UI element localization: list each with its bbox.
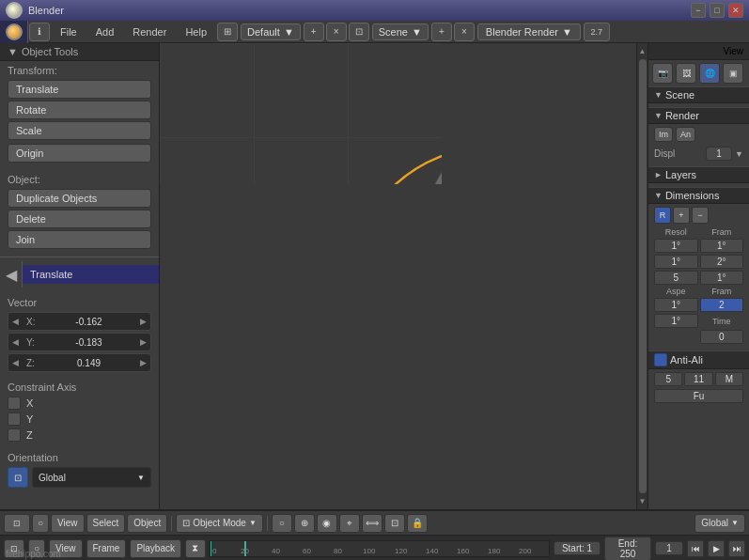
render-header[interactable]: ▼ Render xyxy=(648,107,749,124)
viewport-icon[interactable]: ⊡ xyxy=(349,23,369,41)
start-field[interactable]: Start: 1 xyxy=(554,541,601,555)
aspe-x-field[interactable]: 1° xyxy=(654,298,698,312)
add-menu[interactable]: Add xyxy=(86,21,124,43)
scene-header[interactable]: ▼ Scene xyxy=(648,86,749,103)
global-dropdown[interactable]: Global ▼ xyxy=(694,514,745,533)
vec-z-right-button[interactable]: ▶ xyxy=(136,358,150,367)
anti-val2-field[interactable]: 11 xyxy=(684,372,712,386)
displ-field[interactable]: 1 xyxy=(706,147,732,161)
dimensions-header[interactable]: ▼ Dimensions xyxy=(648,187,749,204)
render-anim-button[interactable]: An xyxy=(676,127,695,142)
aspe-y-field[interactable]: 1° xyxy=(654,314,698,328)
orientation-view-icon[interactable]: ⊡ xyxy=(8,467,28,488)
viewport-scrollbar[interactable]: ▲ ▼ xyxy=(636,43,648,509)
vec-y-left-button[interactable]: ◀ xyxy=(8,337,23,347)
displ-dropdown-icon[interactable]: ▼ xyxy=(735,149,743,159)
world-icon-btn[interactable]: 🌐 xyxy=(699,63,720,84)
rotate-button[interactable]: Rotate xyxy=(8,101,151,119)
layers-header[interactable]: ► Layers xyxy=(648,166,749,183)
anti-ali-checkbox[interactable] xyxy=(654,353,667,366)
view-button[interactable]: View xyxy=(51,514,85,533)
timeline-playback-btn[interactable]: Playback xyxy=(130,539,181,558)
vec-z-left-button[interactable]: ◀ xyxy=(8,358,23,367)
svg-text:160: 160 xyxy=(457,547,470,555)
timeline-animation-icon[interactable]: ⧗ xyxy=(185,539,206,558)
anti-val1-field[interactable]: 5 xyxy=(654,372,682,386)
resol-y-field[interactable]: 1° xyxy=(654,255,698,269)
jump-end-button[interactable]: ⏭ xyxy=(728,540,745,557)
render-menu[interactable]: Render xyxy=(123,21,176,43)
timeline-frame-btn[interactable]: Frame xyxy=(86,539,127,558)
maximize-button[interactable]: □ xyxy=(710,3,725,18)
snap-btn[interactable]: ⊕ xyxy=(294,514,315,533)
scene-remove-icon[interactable]: × xyxy=(454,23,475,41)
layout-icon[interactable]: ⊞ xyxy=(217,23,238,41)
frame-1-field[interactable]: 1° xyxy=(700,239,744,253)
mode-dropdown[interactable]: ⊡ Object Mode ▼ xyxy=(176,514,263,533)
vec-x-right-button[interactable]: ▶ xyxy=(136,317,150,326)
frame-2-field[interactable]: 2° xyxy=(700,255,744,269)
orientation-dropdown[interactable]: Global ▼ xyxy=(32,467,151,488)
anti-m-field[interactable]: M xyxy=(715,372,743,386)
info-icon[interactable]: ℹ xyxy=(29,23,50,41)
minimize-button[interactable]: − xyxy=(691,3,706,18)
aspe-label: Aspe xyxy=(654,287,698,296)
play-button[interactable]: ▶ xyxy=(708,540,725,557)
timeline-ruler[interactable]: 0 20 40 60 80 100 120 140 160 180 200 22… xyxy=(210,540,550,557)
object-button[interactable]: Object xyxy=(127,514,167,533)
render-image-button[interactable]: Im xyxy=(654,127,673,142)
join-button[interactable]: Join xyxy=(8,230,151,249)
translate-button[interactable]: Translate xyxy=(8,80,151,99)
jump-start-button[interactable]: ⏮ xyxy=(687,540,704,557)
origin-button[interactable]: Origin xyxy=(8,144,151,163)
object-icon-btn[interactable]: ▣ xyxy=(723,63,743,84)
fram-val-field[interactable]: 2 xyxy=(700,298,744,312)
blender-version-icon[interactable]: 2.7 xyxy=(584,23,610,41)
layout-dropdown[interactable]: Default ▼ xyxy=(241,23,301,40)
layer-btn[interactable]: ⊡ xyxy=(384,514,405,533)
scroll-up-icon[interactable]: ▲ xyxy=(639,47,647,55)
pivot-btn[interactable]: ○ xyxy=(272,514,292,533)
viewport[interactable]: User Persp xyxy=(160,43,648,509)
close-button[interactable]: ✕ xyxy=(728,3,743,18)
scale-button[interactable]: Scale xyxy=(8,121,151,140)
back-arrow-button[interactable]: ◀ xyxy=(0,261,23,288)
time-val-field[interactable]: 0 xyxy=(700,330,744,344)
snap-to-btn[interactable]: ⌖ xyxy=(339,514,360,533)
render-result-icon-btn[interactable]: 🖼 xyxy=(676,63,696,84)
lock-btn[interactable]: 🔒 xyxy=(407,514,428,533)
render-engine-dropdown[interactable]: Blender Render ▼ xyxy=(477,23,581,40)
resol-x-field[interactable]: 1° xyxy=(654,239,698,253)
constraint-z-checkbox[interactable] xyxy=(8,428,21,442)
proportional-btn[interactable]: ◉ xyxy=(317,514,337,533)
help-menu[interactable]: Help xyxy=(176,21,216,43)
anti-ali-header[interactable]: Anti-Ali xyxy=(648,350,749,369)
vec-x-left-button[interactable]: ◀ xyxy=(8,317,23,326)
constraint-y-checkbox[interactable] xyxy=(8,412,21,426)
file-menu[interactable]: File xyxy=(51,21,86,43)
vec-y-right-button[interactable]: ▶ xyxy=(136,337,150,347)
add-layout-icon[interactable]: + xyxy=(304,23,324,41)
timeline-cursor xyxy=(244,541,246,556)
scroll-down-icon[interactable]: ▼ xyxy=(639,497,647,506)
frame-3-field[interactable]: 1° xyxy=(700,271,744,285)
end-field[interactable]: End: 250 xyxy=(604,537,651,561)
dim-r-button[interactable]: R xyxy=(654,207,671,224)
select-button[interactable]: Select xyxy=(86,514,126,533)
camera-icon-btn[interactable]: 📷 xyxy=(652,63,673,84)
mirror-btn[interactable]: ⟺ xyxy=(362,514,382,533)
num5-field[interactable]: 5 xyxy=(654,271,698,285)
current-frame-field[interactable]: 1 xyxy=(655,541,683,555)
viewport-lens-icon[interactable]: ○ xyxy=(32,514,49,533)
active-tool-label: Translate xyxy=(23,265,159,284)
viewport-mode-icon[interactable]: ⊡ xyxy=(4,514,30,533)
scene-dropdown[interactable]: Scene ▼ xyxy=(372,23,429,40)
fu-field[interactable]: Fu xyxy=(654,389,743,403)
remove-layout-icon[interactable]: × xyxy=(326,23,347,41)
constraint-x-checkbox[interactable] xyxy=(8,397,21,410)
dim-plus-button[interactable]: + xyxy=(673,207,690,224)
delete-button[interactable]: Delete xyxy=(8,210,151,228)
scene-add-icon[interactable]: + xyxy=(431,23,452,41)
duplicate-button[interactable]: Duplicate Objects xyxy=(8,189,151,208)
dim-minus-button[interactable]: − xyxy=(692,207,709,224)
